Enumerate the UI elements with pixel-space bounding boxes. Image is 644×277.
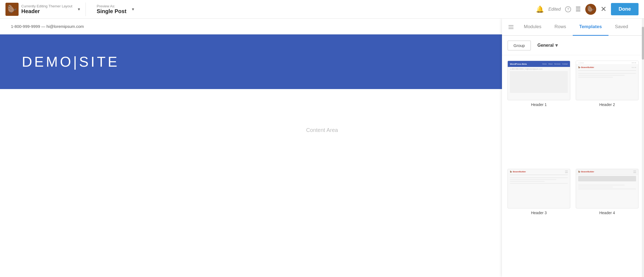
template-preview-header4: 🦫 BeaverBuilder [576, 169, 639, 208]
content-area-label: Content Area [306, 127, 338, 133]
template-name-header2: Header 2 [599, 102, 615, 107]
panel-scrollbar[interactable] [642, 19, 644, 277]
editing-info: Currently Editing Themer Layout Header [21, 4, 72, 14]
tab-modules[interactable]: Modules [517, 19, 548, 36]
preview-value: Single Post [97, 8, 126, 14]
editing-title: Header [21, 8, 72, 14]
template-name-header4: Header 4 [599, 211, 615, 215]
templates-grid: WordPress Beta Home About Services Conta… [502, 55, 644, 277]
template-name-header1: Header 1 [531, 102, 547, 107]
template-preview-header3: 🦫 BeaverBuilder [507, 169, 570, 208]
preview-dropdown-arrow[interactable]: ▾ [132, 7, 134, 12]
template-item-header2[interactable]: ≡ content 🦫 BeaverBuilder [576, 61, 639, 163]
svg-rect-0 [509, 25, 513, 26]
tab-saved[interactable]: Saved [608, 19, 635, 36]
template-item-header1[interactable]: WordPress Beta Home About Services Conta… [507, 61, 570, 163]
template-name-header3: Header 3 [531, 211, 547, 215]
site-logo: DEMO|SITE [22, 54, 119, 70]
top-bar: 🦫 Currently Editing Themer Layout Header… [0, 0, 644, 19]
preview-info: Preview As: Single Post [97, 4, 126, 14]
editing-dropdown-arrow[interactable]: ▾ [78, 7, 80, 12]
preview-label: Preview As: [97, 4, 126, 8]
group-button[interactable]: Group [507, 40, 531, 51]
close-icon[interactable]: ✕ [601, 5, 607, 13]
divider [85, 2, 86, 16]
template-preview-header1: WordPress Beta Home About Services Conta… [507, 61, 570, 100]
top-bar-left: 🦫 Currently Editing Themer Layout Header… [0, 2, 206, 16]
bell-icon[interactable]: 🔔 [536, 5, 544, 13]
chevron-down-icon: ▾ [555, 42, 558, 48]
top-bar-right: 🔔 Edited ? ☰ 🦫 ✕ Done [530, 3, 644, 15]
panel-tabs: Modules Rows Templates Saved [502, 19, 644, 36]
svg-rect-1 [509, 27, 513, 27]
tab-rows[interactable]: Rows [548, 19, 573, 36]
help-icon[interactable]: ? [565, 6, 571, 12]
template-preview-header2: ≡ content 🦫 BeaverBuilder [576, 61, 639, 100]
tab-templates[interactable]: Templates [573, 19, 608, 36]
general-select[interactable]: General ▾ [534, 40, 562, 51]
menu-lines-icon[interactable]: ☰ [575, 6, 581, 13]
template-item-header3[interactable]: 🦫 BeaverBuilder [507, 169, 570, 272]
general-label: General [537, 43, 554, 48]
scrollbar-thumb[interactable] [642, 27, 644, 60]
template-item-header4[interactable]: 🦫 BeaverBuilder Header 4 [576, 169, 639, 272]
contact-text: 1-800-999-9999 — hi@loremipsum.com [11, 24, 84, 29]
panel-lines-icon[interactable] [505, 19, 517, 35]
editing-label: Currently Editing Themer Layout [21, 4, 72, 8]
svg-rect-2 [509, 28, 513, 29]
beaver-logo[interactable]: 🦫 [5, 3, 19, 16]
preview-section: Preview As: Single Post ▾ [91, 4, 200, 14]
user-avatar[interactable]: 🦫 [585, 4, 596, 15]
edited-label: Edited [548, 7, 561, 12]
done-button[interactable]: Done [611, 3, 639, 15]
side-panel: Modules Rows Templates Saved Group Gener… [502, 19, 644, 277]
main-content: 1-800-999-9999 — hi@loremipsum.com DEMO|… [0, 19, 644, 277]
filter-row: Group General ▾ [502, 36, 644, 55]
